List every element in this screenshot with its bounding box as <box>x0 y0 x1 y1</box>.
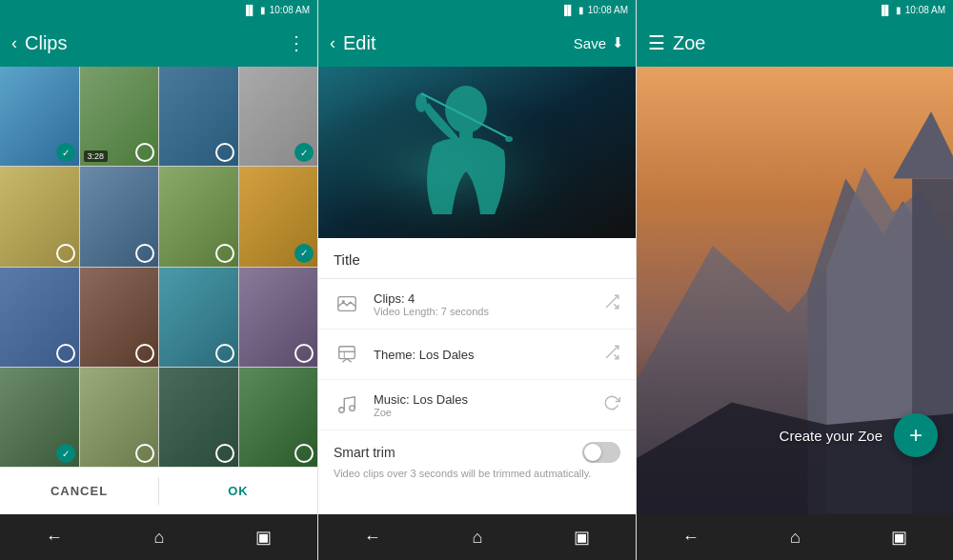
back-nav-icon-edit[interactable]: ← <box>364 528 381 548</box>
clips-bottom-bar: CANCEL OK <box>0 467 317 514</box>
grid-cell-6[interactable] <box>80 167 159 266</box>
time-zoe: 10:08 AM <box>905 5 945 15</box>
hero-svg <box>318 67 636 238</box>
grid-check[interactable] <box>135 444 154 463</box>
cancel-button[interactable]: CANCEL <box>0 468 158 514</box>
back-button-edit[interactable]: ‹ <box>330 33 335 53</box>
grid-check[interactable] <box>215 244 234 263</box>
clips-sub: Video Length: 7 seconds <box>374 306 590 317</box>
grid-check[interactable] <box>56 344 75 363</box>
grid-check[interactable]: ✓ <box>294 143 314 162</box>
music-row[interactable]: Music: Los Dales Zoe <box>318 380 636 430</box>
top-bar-clips: ‹ Clips ⋮ <box>0 19 317 67</box>
music-text: Music: Los Dales Zoe <box>374 392 590 418</box>
music-sub: Zoe <box>374 407 590 418</box>
clips-shuffle-icon[interactable] <box>603 293 620 315</box>
create-zoe-button[interactable]: + <box>894 413 938 457</box>
theme-icon <box>334 341 360 368</box>
grid-cell-8[interactable]: ✓ <box>239 167 318 266</box>
menu-button-zoe[interactable]: ☰ <box>648 31 665 54</box>
menu-button-clips[interactable]: ⋮ <box>287 31 306 54</box>
svg-point-6 <box>505 136 513 142</box>
grid-cell-13[interactable]: ✓ <box>0 368 79 467</box>
zoe-hero: Create your Zoe + <box>637 67 953 514</box>
grid-check[interactable] <box>56 244 75 263</box>
music-refresh-icon[interactable] <box>603 394 620 416</box>
grid-cell-1[interactable]: ✓ <box>0 67 79 166</box>
grid-cell-3[interactable] <box>159 67 238 166</box>
grid-cell-16[interactable] <box>239 368 318 467</box>
theme-row[interactable]: Theme: Los Dales <box>318 330 636 380</box>
smart-trim-toggle[interactable] <box>582 442 620 463</box>
clips-row[interactable]: Clips: 4 Video Length: 7 seconds <box>318 279 636 330</box>
nav-bar-zoe: ← ⌂ ▣ <box>637 514 953 560</box>
grid-cell-4[interactable]: ✓ <box>239 67 318 166</box>
status-bar-edit: ▐▌ ▮ 10:08 AM <box>318 0 636 19</box>
grid-check[interactable]: ✓ <box>56 444 75 463</box>
grid-check[interactable]: ✓ <box>56 143 75 162</box>
grid-check[interactable] <box>135 143 154 162</box>
ok-button[interactable]: OK <box>159 468 317 514</box>
back-nav-icon-clips[interactable]: ← <box>46 528 63 548</box>
grid-check[interactable] <box>215 444 234 463</box>
svg-point-15 <box>350 406 355 411</box>
clips-icon <box>334 290 360 317</box>
grid-cell-5[interactable] <box>0 167 79 266</box>
home-nav-icon-edit[interactable]: ⌂ <box>473 528 483 548</box>
grid-check[interactable] <box>135 244 154 263</box>
grid-cell-7[interactable] <box>159 167 238 266</box>
svg-point-8 <box>342 300 345 303</box>
grid-check[interactable] <box>215 143 234 162</box>
edit-title: Edit <box>343 32 574 54</box>
status-bar-clips: ▐▌ ▮ 10:08 AM <box>0 0 317 19</box>
recents-nav-icon-zoe[interactable]: ▣ <box>891 527 907 548</box>
svg-point-14 <box>339 408 345 413</box>
smart-trim-section: Smart trim Video clips over 3 seconds wi… <box>318 430 636 492</box>
home-nav-icon-clips[interactable]: ⌂ <box>154 528 165 548</box>
grid-cell-15[interactable] <box>159 368 238 467</box>
toggle-knob <box>584 444 601 461</box>
save-icon[interactable]: ⬇ <box>612 34 624 51</box>
recents-nav-icon-clips[interactable]: ▣ <box>255 527 272 548</box>
theme-shuffle-icon[interactable] <box>603 344 620 366</box>
clips-text: Clips: 4 Video Length: 7 seconds <box>374 291 590 317</box>
image-icon <box>336 293 357 314</box>
grid-cell-12[interactable] <box>239 268 318 367</box>
grid-cell-2[interactable]: 3:28 <box>80 67 159 166</box>
theme-text: Theme: Los Dales <box>374 348 590 362</box>
battery-icon-clips: ▮ <box>260 5 266 15</box>
grid-cell-14[interactable] <box>80 368 159 467</box>
panel-edit: ▐▌ ▮ 10:08 AM ‹ Edit Save ⬇ <box>317 0 636 560</box>
music-note-icon <box>336 394 357 415</box>
create-zoe-area: Create your Zoe + <box>780 413 938 457</box>
grid-check[interactable] <box>135 344 154 363</box>
panel-zoe: ▐▌ ▮ 10:08 AM ☰ Zoe <box>636 0 953 560</box>
grid-cell-10[interactable] <box>80 268 159 367</box>
grid-check[interactable] <box>215 344 234 363</box>
save-label[interactable]: Save <box>574 35 606 51</box>
smart-trim-title: Smart trim <box>334 445 395 460</box>
time-edit: 10:08 AM <box>588 5 628 15</box>
theme-palette-icon <box>336 344 357 365</box>
grid-cell-11[interactable] <box>159 268 238 367</box>
grid-check[interactable] <box>294 444 314 463</box>
nav-bar-clips: ← ⌂ ▣ <box>0 514 317 560</box>
back-nav-icon-zoe[interactable]: ← <box>682 528 700 548</box>
create-zoe-text: Create your Zoe <box>780 428 882 444</box>
battery-icon-edit: ▮ <box>578 5 584 15</box>
nav-bar-edit: ← ⌂ ▣ <box>318 514 636 560</box>
title-label: Title <box>334 251 360 268</box>
grid-check[interactable]: ✓ <box>294 244 314 263</box>
grid-check[interactable] <box>294 344 314 363</box>
clips-main: Clips: 4 <box>374 291 590 306</box>
theme-main: Theme: Los Dales <box>374 348 590 362</box>
top-bar-edit: ‹ Edit Save ⬇ <box>318 19 636 67</box>
signal-icon-edit: ▐▌ <box>561 5 575 15</box>
grid-cell-9[interactable] <box>0 268 79 367</box>
back-button-clips[interactable]: ‹ <box>11 33 17 53</box>
svg-rect-10 <box>339 347 355 359</box>
recents-nav-icon-edit[interactable]: ▣ <box>574 527 590 548</box>
signal-icon-clips: ▐▌ <box>243 5 256 15</box>
signal-icon-zoe: ▐▌ <box>879 5 892 15</box>
home-nav-icon-zoe[interactable]: ⌂ <box>790 528 801 548</box>
